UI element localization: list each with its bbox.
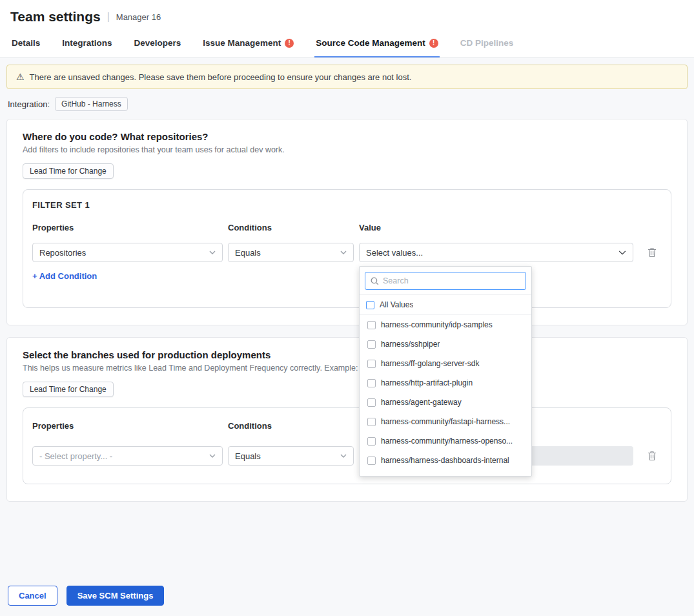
property-select[interactable]: - Select property... - — [32, 446, 223, 466]
search-input[interactable] — [383, 276, 520, 285]
option-label: harness/karan-test-gh — [381, 475, 456, 476]
tab-cd-pipelines: CD Pipelines — [459, 30, 515, 57]
delete-filter-button[interactable] — [642, 446, 662, 466]
filter-row: Repositories Equals Select values... — [32, 243, 662, 262]
branches-filter-set: Properties Conditions - Select property.… — [23, 407, 671, 484]
tab-bar: Details Integrations Developers Issue Ma… — [0, 30, 694, 58]
all-values-option[interactable]: All Values — [360, 294, 531, 315]
option-label: harness/agent-gateway — [381, 398, 462, 407]
checkbox[interactable] — [367, 476, 376, 477]
list-item[interactable]: harness/karan-test-gh — [360, 470, 531, 476]
main-content: ⚠ There are unsaved changes. Please save… — [0, 58, 694, 616]
tab-integrations[interactable]: Integrations — [61, 30, 113, 57]
checkbox[interactable] — [367, 379, 376, 387]
tab-label: Details — [12, 38, 40, 48]
checkbox[interactable] — [367, 418, 376, 426]
checkbox[interactable] — [367, 321, 376, 329]
checkbox[interactable] — [367, 457, 376, 465]
trash-icon — [648, 247, 657, 258]
page-title: Team settings — [10, 9, 101, 25]
list-item[interactable]: harness/agent-gateway — [360, 393, 531, 412]
property-select-placeholder: - Select property... - — [39, 451, 112, 461]
integration-chip[interactable]: GitHub - Harness — [55, 97, 128, 111]
dropdown-search-area — [360, 267, 531, 294]
add-condition-link[interactable]: + Add Condition — [32, 271, 97, 281]
integration-label: Integration: — [8, 99, 50, 109]
tab-label: Issue Management — [203, 38, 281, 48]
value-multiselect-placeholder: Select values... — [366, 248, 423, 258]
properties-column-header: Properties — [32, 421, 223, 431]
condition-select-value: Equals — [235, 451, 261, 461]
tab-source-code-management[interactable]: Source Code Management ! — [314, 30, 440, 57]
list-item[interactable]: harness-community/idp-samples — [360, 315, 531, 334]
checkbox[interactable] — [367, 360, 376, 368]
values-dropdown-panel: All Values harness-community/idp-samples… — [359, 266, 532, 477]
trash-icon — [648, 451, 657, 461]
delete-filter-button[interactable] — [642, 243, 662, 262]
branches-card: Select the branches used for production … — [6, 337, 688, 502]
condition-select-value: Equals — [235, 248, 261, 258]
tab-label: Developers — [134, 38, 181, 48]
chevron-down-icon — [340, 251, 347, 254]
tab-details[interactable]: Details — [10, 30, 41, 57]
checkbox[interactable] — [367, 340, 376, 349]
filter-set-1: FILTER SET 1 Properties Conditions Value… — [23, 189, 671, 308]
chevron-down-icon — [618, 251, 626, 255]
warning-triangle-icon: ⚠ — [16, 72, 25, 82]
tab-label: Integrations — [62, 38, 112, 48]
property-select-value: Repositories — [39, 248, 86, 258]
all-values-checkbox[interactable] — [366, 301, 374, 309]
branches-card-subtitle: This helps us measure metrics like Lead … — [23, 364, 671, 373]
repositories-card-title: Where do you code? What repositories? — [23, 131, 671, 142]
option-label: harness/http-artifact-plugin — [381, 378, 473, 387]
properties-column-header: Properties — [32, 223, 223, 232]
checkbox[interactable] — [367, 437, 376, 446]
lead-time-tag: Lead Time for Change — [23, 163, 114, 179]
tab-label: Source Code Management — [316, 38, 425, 48]
save-scm-settings-button[interactable]: Save SCM Settings — [66, 586, 165, 606]
list-item[interactable]: harness/http-artifact-plugin — [360, 373, 531, 393]
list-item[interactable]: harness/ff-golang-server-sdk — [360, 354, 531, 373]
option-label: harness-community/harness-openso... — [381, 436, 513, 446]
dropdown-option-list: harness-community/idp-samples harness/ss… — [360, 315, 531, 476]
search-icon — [371, 277, 379, 285]
filter-column-headers: Properties Conditions — [32, 421, 662, 431]
option-label: harness-community/idp-samples — [381, 320, 493, 329]
value-column-header: Value — [359, 223, 638, 232]
property-select[interactable]: Repositories — [32, 243, 223, 262]
branches-card-title: Select the branches used for production … — [23, 349, 671, 360]
team-name-label: Manager 16 — [116, 12, 161, 22]
tab-label: CD Pipelines — [460, 38, 514, 48]
option-label: harness/ff-golang-server-sdk — [381, 359, 480, 368]
chevron-down-icon — [209, 454, 216, 458]
list-item[interactable]: harness/sshpiper — [360, 334, 531, 354]
title-divider: | — [107, 11, 110, 23]
chevron-down-icon — [340, 454, 347, 458]
list-item[interactable]: harness-community/fastapi-harness... — [360, 412, 531, 431]
warning-badge-icon: ! — [285, 39, 294, 48]
option-label: harness/sshpiper — [381, 340, 440, 349]
cancel-button[interactable]: Cancel — [8, 586, 57, 606]
integration-row: Integration: GitHub - Harness — [8, 97, 686, 111]
dropdown-search-box — [365, 272, 526, 290]
filter-row: - Select property... - Equals — [32, 446, 662, 466]
checkbox[interactable] — [367, 398, 376, 407]
list-item[interactable]: harness-community/harness-openso... — [360, 431, 531, 451]
filter-set-title: FILTER SET 1 — [32, 200, 662, 210]
footer-actions: Cancel Save SCM Settings — [6, 580, 688, 610]
unsaved-changes-banner: ⚠ There are unsaved changes. Please save… — [6, 65, 688, 89]
page-header: Team settings | Manager 16 — [0, 0, 694, 30]
value-multiselect[interactable]: Select values... — [359, 243, 633, 262]
condition-select[interactable]: Equals — [228, 243, 354, 262]
value-select-wrap: Select values... All — [359, 243, 633, 262]
condition-select[interactable]: Equals — [228, 446, 354, 466]
filter-column-headers: Properties Conditions Value — [32, 223, 662, 232]
repositories-card-subtitle: Add filters to include repositories that… — [23, 145, 671, 154]
conditions-column-header: Conditions — [228, 421, 354, 431]
tab-developers[interactable]: Developers — [133, 30, 183, 57]
list-item[interactable]: harness/harness-dashboards-internal — [360, 451, 531, 470]
chevron-down-icon — [209, 251, 216, 254]
warning-badge-icon: ! — [429, 39, 438, 48]
tab-issue-management[interactable]: Issue Management ! — [201, 30, 295, 57]
all-values-label: All Values — [380, 300, 413, 309]
